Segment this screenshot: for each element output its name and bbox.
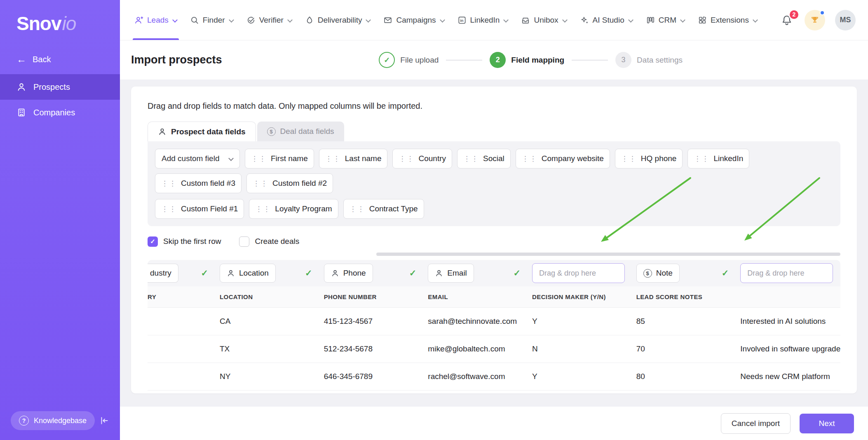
sidebar-item-prospects[interactable]: Prospects bbox=[0, 74, 120, 100]
table-cell: Involved in software upgrades bbox=[736, 344, 840, 353]
table-cell: Interested in AI solutions bbox=[736, 317, 840, 326]
mapped-column-chip[interactable]: Email bbox=[428, 264, 474, 283]
nav-item-linkedin[interactable]: in LinkedIn bbox=[457, 0, 509, 40]
step-data-settings[interactable]: 3 Data settings bbox=[615, 52, 683, 68]
step-check-circle: ✓ bbox=[379, 52, 395, 68]
notifications-button[interactable]: 2 bbox=[779, 12, 795, 28]
collapse-sidebar-button[interactable] bbox=[97, 413, 112, 428]
table-cell: 70 bbox=[632, 344, 737, 353]
chevron-down-icon bbox=[753, 18, 758, 23]
chevron-down-icon bbox=[287, 18, 292, 23]
mapped-column-chip[interactable]: Location bbox=[220, 264, 276, 283]
nav-label: Leads bbox=[147, 16, 169, 25]
table-header-cell: LOCATION bbox=[216, 293, 320, 300]
leads-icon bbox=[134, 16, 143, 25]
mapped-column: Drag & drop here bbox=[528, 263, 632, 283]
nav-item-deliverability[interactable]: Deliverability bbox=[305, 0, 371, 40]
verify-check-icon bbox=[246, 16, 256, 25]
field-chip[interactable]: ⋮⋮HQ phone bbox=[615, 149, 683, 169]
check-icon: ✓ bbox=[384, 56, 390, 65]
field-chip-label: Custom Field #1 bbox=[181, 204, 238, 213]
nav-item-unibox[interactable]: Unibox bbox=[521, 0, 567, 40]
step-label: File upload bbox=[400, 56, 439, 65]
table-header-cell: RY bbox=[148, 293, 216, 300]
field-chip[interactable]: ⋮⋮Company website bbox=[516, 149, 610, 169]
back-button[interactable]: ← Back bbox=[0, 49, 120, 70]
nav-item-crm[interactable]: CRM bbox=[646, 0, 685, 40]
table-cell: rachel@softwave.com bbox=[424, 372, 528, 381]
nav-item-ai-studio[interactable]: AI Studio bbox=[580, 0, 633, 40]
field-chip-label: First name bbox=[271, 154, 308, 163]
drag-handle-icon: ⋮⋮ bbox=[350, 206, 365, 213]
rewards-button[interactable] bbox=[805, 10, 825, 30]
person-icon bbox=[158, 127, 167, 136]
nav-label: Unibox bbox=[534, 16, 558, 25]
table-header-cell: PHONE NUMBER bbox=[320, 293, 424, 300]
nav-item-finder[interactable]: Finder bbox=[190, 0, 234, 40]
sidebar-nav: Prospects Companies bbox=[0, 74, 120, 125]
mapped-column-chip[interactable]: $ Note bbox=[636, 264, 680, 283]
table-cell: NY bbox=[216, 372, 320, 381]
field-chip[interactable]: ⋮⋮Custom field #3 bbox=[155, 173, 242, 193]
check-icon: ✓ bbox=[197, 268, 208, 278]
mapped-column-chip[interactable]: Phone bbox=[324, 264, 373, 283]
sidebar-item-label: Prospects bbox=[33, 82, 70, 92]
inbox-icon bbox=[521, 16, 530, 25]
scrollbar-thumb[interactable] bbox=[376, 253, 840, 256]
user-avatar[interactable]: MS bbox=[835, 10, 856, 30]
field-chip[interactable]: ⋮⋮LinkedIn bbox=[687, 149, 749, 169]
nav-item-verifier[interactable]: Verifier bbox=[246, 0, 292, 40]
drop-zone[interactable]: Drag & drop here bbox=[532, 263, 625, 283]
drag-handle-icon: ⋮⋮ bbox=[694, 155, 709, 162]
nav-label: Extensions bbox=[711, 16, 749, 25]
nav-item-leads[interactable]: Leads bbox=[134, 0, 177, 40]
nav-label: Deliverability bbox=[318, 16, 362, 25]
table-cell: 512-234-5678 bbox=[320, 344, 424, 353]
field-chip[interactable]: ⋮⋮Custom field #2 bbox=[246, 173, 333, 193]
mapped-column: Phone ✓ bbox=[320, 264, 424, 283]
tab-deal-data-fields[interactable]: $ Deal data fields bbox=[257, 122, 344, 141]
field-chip[interactable]: ⋮⋮Custom Field #1 bbox=[155, 199, 244, 219]
checkbox-checked: ✓ bbox=[148, 236, 158, 247]
footer-actions: Cancel import Next bbox=[120, 407, 868, 440]
sidebar-item-companies[interactable]: Companies bbox=[0, 100, 120, 125]
field-chip[interactable]: ⋮⋮First name bbox=[245, 149, 314, 169]
field-chip[interactable]: ⋮⋮Country bbox=[392, 149, 452, 169]
step-field-mapping[interactable]: 2 Field mapping bbox=[490, 52, 564, 68]
field-chip-label: LinkedIn bbox=[713, 154, 743, 163]
nav-item-campaigns[interactable]: Campaigns bbox=[383, 0, 444, 40]
main-area: Leads Finder Verifier bbox=[120, 0, 868, 440]
cancel-import-button[interactable]: Cancel import bbox=[721, 413, 791, 434]
drop-zone-placeholder: Drag & drop here bbox=[747, 269, 804, 278]
tab-prospect-data-fields[interactable]: Prospect data fields bbox=[148, 122, 256, 141]
brand-logo[interactable]: Snovio bbox=[0, 0, 120, 35]
table-header-row: RY LOCATION PHONE NUMBER EMAIL DECISION … bbox=[148, 286, 840, 308]
field-chip[interactable]: ⋮⋮Last name bbox=[319, 149, 388, 169]
trophy-icon bbox=[809, 15, 820, 26]
field-chip[interactable]: ⋮⋮Social bbox=[457, 149, 511, 169]
add-custom-field-select[interactable]: Add custom field bbox=[155, 149, 240, 169]
knowledgebase-button[interactable]: ? Knowledgebase bbox=[11, 411, 95, 430]
nav-label: CRM bbox=[659, 16, 676, 25]
next-button[interactable]: Next bbox=[800, 414, 854, 433]
skip-first-row-checkbox[interactable]: ✓ Skip the first row bbox=[148, 236, 221, 247]
field-chip[interactable]: ⋮⋮Loyalty Program bbox=[249, 199, 338, 219]
field-chip-label: Custom field #3 bbox=[181, 179, 235, 188]
field-chip-label: Loyalty Program bbox=[275, 204, 332, 213]
kanban-icon bbox=[646, 16, 655, 25]
notification-badge: 2 bbox=[788, 9, 800, 20]
create-deals-checkbox[interactable]: Create deals bbox=[239, 236, 299, 247]
field-chip[interactable]: ⋮⋮Contract Type bbox=[343, 199, 424, 219]
step-number-circle: 3 bbox=[615, 52, 631, 68]
step-file-upload[interactable]: ✓ File upload bbox=[379, 52, 439, 68]
drag-handle-icon: ⋮⋮ bbox=[161, 180, 177, 187]
building-icon bbox=[16, 108, 26, 117]
drag-handle-icon: ⋮⋮ bbox=[399, 155, 414, 162]
nav-item-extensions[interactable]: Extensions bbox=[698, 0, 758, 40]
drop-zone-placeholder: Drag & drop here bbox=[539, 269, 596, 278]
dollar-icon: $ bbox=[643, 269, 652, 278]
drop-zone[interactable]: Drag & drop here bbox=[740, 263, 833, 283]
nav-label: AI Studio bbox=[593, 16, 624, 25]
table-cell: 85 bbox=[632, 317, 737, 326]
mapped-column-chip[interactable]: dustry bbox=[148, 264, 178, 283]
